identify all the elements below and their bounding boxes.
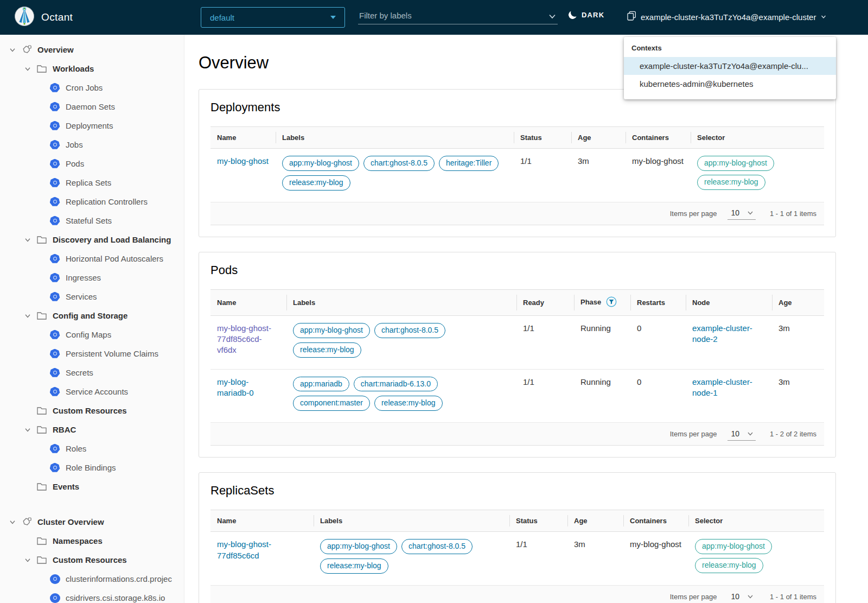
sidebar-item-config-and-storage[interactable]: Config and Storage	[0, 306, 184, 325]
resource-link[interactable]: my-blog-ghost-77df85c6cd-vf6dx	[217, 323, 271, 355]
sidebar-item-secrets[interactable]: Secrets	[0, 363, 184, 382]
sidebar-item-custom-resources[interactable]: Custom Resources	[0, 550, 184, 569]
column-filter-icon[interactable]	[606, 296, 617, 309]
label-tag[interactable]: chart:mariadb-6.13.0	[354, 377, 438, 392]
label-tag[interactable]: app:my-blog-ghost	[320, 539, 397, 554]
cell-text: 1/1	[520, 156, 532, 166]
label-tag[interactable]: release:my-blog	[374, 396, 443, 411]
contexts-dropdown-menu: Contexts example-cluster-ka3TuTzYo4a@exa…	[624, 37, 836, 99]
card-title: ReplicaSets	[210, 484, 824, 498]
folder-icon	[35, 236, 49, 244]
sidebar-item-services[interactable]: Services	[0, 287, 184, 306]
secrets-icon	[48, 368, 62, 378]
resource-link[interactable]: example-cluster-node-2	[692, 323, 752, 344]
table-cell: my-blog-ghost	[210, 149, 276, 202]
context-menu-item-example-cluster-ka3tutzyo4a-example-clu[interactable]: example-cluster-ka3TuTzYo4a@example-clu.…	[624, 57, 836, 75]
sidebar-item-stateful-sets[interactable]: Stateful Sets	[0, 211, 184, 230]
dark-theme-toggle[interactable]: DARK	[569, 11, 604, 19]
selector-tag[interactable]: release:my-blog	[695, 558, 763, 573]
label-tag[interactable]: heritage:Tiller	[439, 156, 499, 171]
sidebar-item-workloads[interactable]: Workloads	[0, 59, 184, 78]
sidebar-item-clusterinformations-crd-projec[interactable]: clusterinformations.crd.projec	[0, 569, 184, 588]
page-size-select[interactable]: 10	[727, 207, 756, 220]
sidebar-item-horizontal-pod-autoscalers[interactable]: Horizontal Pod Autoscalers	[0, 249, 184, 268]
app-brand[interactable]: Octant	[14, 6, 73, 29]
filter-by-labels-input[interactable]	[358, 8, 558, 24]
sidebar-item-deployments[interactable]: Deployments	[0, 116, 184, 135]
chevron-down-icon[interactable]	[21, 313, 35, 319]
custom-resource-icon	[48, 593, 62, 603]
sidebar-item-replica-sets[interactable]: Replica Sets	[0, 173, 184, 192]
chevron-down-icon[interactable]	[21, 557, 35, 563]
page-size-value: 10	[731, 208, 739, 217]
label-tag[interactable]: app:my-blog-ghost	[282, 156, 359, 171]
sidebar-item-jobs[interactable]: Jobs	[0, 135, 184, 154]
folder-icon	[35, 407, 49, 415]
resource-link[interactable]: example-cluster-node-1	[692, 377, 752, 397]
resource-link[interactable]: my-blog-mariadb-0	[217, 377, 254, 397]
context-menu-item-kubernetes-admin-kubernetes[interactable]: kubernetes-admin@kubernetes	[624, 75, 836, 93]
chevron-down-icon[interactable]	[21, 66, 35, 72]
sidebar-item-label: Replication Controllers	[66, 197, 148, 206]
label-tag[interactable]: chart:ghost-8.0.5	[374, 323, 445, 338]
roles-icon	[48, 444, 62, 454]
label-tag[interactable]: release:my-blog	[282, 175, 350, 191]
selector-tag[interactable]: app:my-blog-ghost	[695, 539, 772, 554]
sidebar-item-cron-jobs[interactable]: Cron Jobs	[0, 78, 184, 97]
chevron-down-icon[interactable]	[548, 12, 557, 21]
chevron-down-icon[interactable]	[5, 519, 20, 525]
moon-icon	[567, 10, 577, 20]
table-cell: my-blog-ghost	[626, 149, 691, 202]
table-cell: Running	[574, 369, 630, 423]
selector-tag[interactable]: app:my-blog-ghost	[697, 156, 774, 171]
page-size-select[interactable]: 10	[727, 591, 756, 603]
sidebar-item-events[interactable]: Events	[0, 477, 184, 496]
chevron-down-icon[interactable]	[5, 47, 20, 53]
resource-link[interactable]: my-blog-ghost	[217, 156, 269, 166]
chevron-down-icon	[747, 593, 754, 600]
caret-down-icon	[330, 16, 336, 19]
label-tag[interactable]: release:my-blog	[320, 558, 388, 574]
applications-icon	[20, 45, 34, 55]
table-cell: app:my-blog-ghostrelease:my-blog	[691, 149, 824, 202]
label-tag[interactable]: app:mariadb	[293, 377, 349, 392]
sidebar-item-role-bindings[interactable]: Role Bindings	[0, 458, 184, 477]
sidebar-item-csidrivers-csi-storage-k8s-io[interactable]: csidrivers.csi.storage.k8s.io	[0, 588, 184, 603]
sidebar-item-pods[interactable]: Pods	[0, 154, 184, 173]
sidebar-item-discovery-and-load-balancing[interactable]: Discovery and Load Balancing	[0, 230, 184, 249]
sidebar-item-persistent-volume-claims[interactable]: Persistent Volume Claims	[0, 344, 184, 363]
resource-link[interactable]: my-blog-ghost-77df85c6cd	[217, 539, 271, 560]
card-title: Deployments	[210, 100, 824, 115]
context-selector[interactable]: example-cluster-ka3TuTzYo4a@example-clus…	[627, 11, 827, 23]
deployments-icon	[48, 121, 62, 131]
label-tag[interactable]: chart:ghost-8.0.5	[363, 156, 435, 171]
namespace-select[interactable]: default	[201, 7, 345, 28]
sidebar-item-custom-resources[interactable]: Custom Resources	[0, 401, 184, 420]
page-size-value: 10	[731, 429, 739, 438]
column-header-status: Status	[514, 127, 571, 149]
cell-text: 0	[637, 377, 641, 386]
sidebar-item-namespaces[interactable]: Namespaces	[0, 531, 184, 550]
chevron-down-icon[interactable]	[21, 427, 35, 433]
column-header-labels: Labels	[276, 127, 514, 149]
sidebar-item-daemon-sets[interactable]: Daemon Sets	[0, 97, 184, 116]
sidebar-item-replication-controllers[interactable]: Replication Controllers	[0, 192, 184, 211]
chevron-down-icon[interactable]	[21, 237, 35, 243]
sidebar-item-ingresses[interactable]: Ingresses	[0, 268, 184, 287]
label-tag[interactable]: component:master	[293, 396, 370, 411]
label-tag[interactable]: chart:ghost-8.0.5	[401, 539, 473, 554]
sidebar-item-rbac[interactable]: RBAC	[0, 420, 184, 439]
label-tag[interactable]: app:my-blog-ghost	[293, 323, 370, 338]
label-tag[interactable]: release:my-blog	[293, 342, 361, 358]
sidebar-item-overview[interactable]: Overview	[0, 40, 184, 59]
sidebar-item-cluster-overview[interactable]: Cluster Overview	[0, 512, 184, 531]
sidebar-item-label: Config Maps	[66, 330, 111, 339]
page-size-select[interactable]: 10	[727, 428, 756, 441]
sidebar-item-config-maps[interactable]: Config Maps	[0, 325, 184, 344]
sidebar-item-roles[interactable]: Roles	[0, 439, 184, 458]
folder-icon	[35, 483, 49, 491]
sidebar-item-service-accounts[interactable]: Service Accounts	[0, 382, 184, 401]
folder-icon	[35, 65, 49, 73]
selector-tag[interactable]: release:my-blog	[697, 175, 765, 190]
column-header-age: Age	[567, 510, 623, 532]
